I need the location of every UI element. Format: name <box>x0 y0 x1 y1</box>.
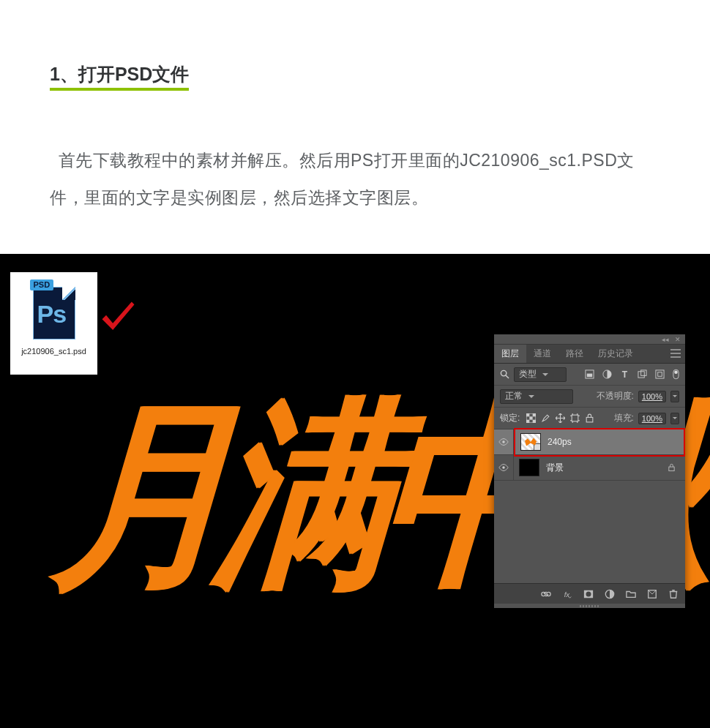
svg-point-27 <box>586 591 591 596</box>
link-layers-icon[interactable] <box>541 589 551 599</box>
opacity-dropdown-icon[interactable] <box>670 391 679 402</box>
adjustment-layer-icon[interactable] <box>605 589 615 599</box>
lock-position-icon[interactable] <box>556 413 565 423</box>
svg-rect-22 <box>669 467 674 471</box>
fill-dropdown-icon[interactable] <box>670 413 679 424</box>
psd-filename: jc210906_sc1.psd <box>17 347 91 356</box>
svg-rect-13 <box>526 413 529 416</box>
layer-thumbnail[interactable] <box>520 433 541 451</box>
filter-pixel-icon[interactable] <box>585 369 594 379</box>
psd-file-tile[interactable]: PSD Ps jc210906_sc1.psd <box>10 272 97 375</box>
svg-rect-19 <box>587 417 594 422</box>
svg-rect-14 <box>533 413 536 416</box>
svg-rect-7 <box>641 370 646 375</box>
psd-badge: PSD <box>30 279 54 290</box>
svg-rect-3 <box>587 374 592 378</box>
filter-type-dropdown[interactable]: 类型 <box>514 367 567 382</box>
svg-rect-17 <box>533 420 536 423</box>
filter-adjustment-icon[interactable] <box>602 369 612 379</box>
search-icon[interactable] <box>500 369 509 379</box>
svg-point-21 <box>502 466 505 469</box>
new-group-icon[interactable] <box>626 589 636 599</box>
visibility-toggle[interactable] <box>494 455 514 480</box>
panel-tabs: 图层 通道 路径 历史记录 <box>494 345 685 364</box>
svg-text:fx: fx <box>564 590 571 598</box>
layer-name[interactable]: 240ps <box>548 437 572 447</box>
opacity-label: 不透明度: <box>597 390 634 402</box>
svg-rect-15 <box>530 416 533 419</box>
svg-point-0 <box>501 370 506 375</box>
lock-all-icon[interactable] <box>585 413 594 423</box>
visibility-toggle[interactable] <box>494 429 514 454</box>
opacity-value[interactable]: 100% <box>638 391 666 402</box>
filter-row: 类型 T <box>494 364 685 386</box>
psd-file-icon: PSD Ps <box>29 278 80 344</box>
panel-resize-grip[interactable] <box>494 604 685 608</box>
panel-footer: fx <box>494 583 685 604</box>
lock-label: 锁定: <box>500 412 520 424</box>
layer-style-icon[interactable]: fx <box>562 589 572 599</box>
svg-rect-23 <box>542 592 545 596</box>
layers-panel: ◂◂ ✕ 图层 通道 路径 历史记录 类型 T 正常 不透 <box>494 334 685 608</box>
svg-point-11 <box>674 371 678 375</box>
svg-rect-16 <box>526 420 529 423</box>
svg-line-1 <box>506 375 509 378</box>
new-layer-icon[interactable] <box>647 589 657 599</box>
close-panel-icon[interactable]: ✕ <box>675 336 681 343</box>
lock-row: 锁定: 填充: 100% <box>494 408 685 429</box>
svg-text:T: T <box>622 369 628 379</box>
svg-rect-24 <box>547 592 550 596</box>
lock-artboard-icon[interactable] <box>570 413 580 423</box>
svg-rect-8 <box>656 370 664 378</box>
filter-text-icon[interactable]: T <box>620 369 629 379</box>
checkmark-icon <box>98 298 138 338</box>
tab-history[interactable]: 历史记录 <box>591 345 640 363</box>
panel-topbar: ◂◂ ✕ <box>494 334 685 345</box>
fill-label: 填充: <box>614 412 634 424</box>
layer-thumbnail[interactable] <box>519 459 539 476</box>
filter-toggle-icon[interactable] <box>673 369 679 380</box>
blend-row: 正常 不透明度: 100% <box>494 386 685 408</box>
delete-layer-icon[interactable] <box>668 589 679 599</box>
smart-object-badge <box>534 443 541 451</box>
tab-layers[interactable]: 图层 <box>494 345 526 363</box>
layer-mask-icon[interactable] <box>583 589 594 599</box>
filter-shape-icon[interactable] <box>638 369 647 379</box>
layer-item-background[interactable]: 背景 <box>494 455 685 481</box>
lock-brush-icon[interactable] <box>541 413 550 423</box>
fill-value[interactable]: 100% <box>638 413 666 424</box>
lock-icon <box>668 463 676 472</box>
ps-logo-text: Ps <box>37 300 67 329</box>
document-text-area: 1、打开PSD文件 首先下载教程中的素材并解压。然后用PS打开里面的JC2109… <box>0 0 710 260</box>
tab-channels[interactable]: 通道 <box>526 345 558 363</box>
svg-rect-9 <box>658 372 662 377</box>
collapse-icon[interactable]: ◂◂ <box>662 336 669 343</box>
eye-icon <box>498 464 509 471</box>
tab-paths[interactable]: 路径 <box>558 345 591 363</box>
blend-mode-dropdown[interactable]: 正常 <box>500 389 573 404</box>
step-body-text: 首先下载教程中的素材并解压。然后用PS打开里面的JC210906_sc1.PSD… <box>50 142 660 216</box>
layers-list: 240ps 背景 <box>494 429 685 583</box>
eye-icon <box>498 438 509 446</box>
filter-smart-icon[interactable] <box>655 369 665 379</box>
lock-transparency-icon[interactable] <box>526 413 536 423</box>
photoshop-canvas: PSD Ps jc210906_sc1.psd 月满中秋 ◂◂ ✕ 图层 通道 … <box>0 254 710 728</box>
panel-menu-icon[interactable] <box>670 349 681 358</box>
svg-rect-6 <box>638 372 644 378</box>
svg-point-20 <box>502 440 505 443</box>
layer-item-240ps[interactable]: 240ps <box>494 429 685 455</box>
step-heading: 1、打开PSD文件 <box>50 62 189 91</box>
svg-rect-18 <box>572 415 579 421</box>
layer-name[interactable]: 背景 <box>546 462 564 474</box>
